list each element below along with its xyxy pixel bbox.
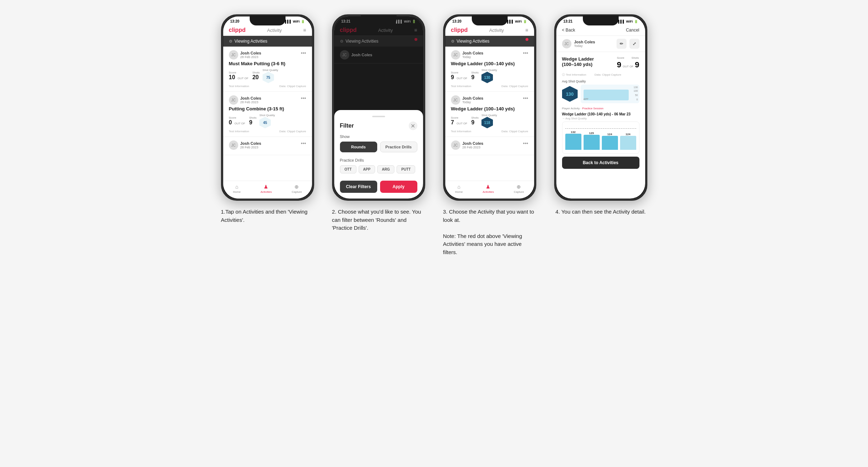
nav-capture-3[interactable]: ⊕ Capture — [514, 184, 524, 194]
detail-score-label-4: Score — [617, 56, 624, 59]
nav-activities-label-1: Activities — [260, 190, 272, 194]
detail-header-4: < Back Cancel — [556, 25, 645, 36]
detail-avatar-4: JC — [562, 39, 571, 48]
card-menu-3-3[interactable]: ••• — [523, 140, 528, 146]
phone-column-1: 13:20 ▌▌▌ WiFi 🔋 clippd Activity ≡ — [217, 14, 318, 256]
user-name-1-2: Josh Coles — [240, 96, 262, 100]
header-title-3: Activity — [489, 28, 504, 33]
shots-value-3-1: 9 — [471, 74, 478, 81]
card-menu-1-2[interactable]: ••• — [301, 95, 306, 101]
quality-label-1-2: Shot Quality — [259, 114, 275, 117]
wifi-icon-3: WiFi — [515, 20, 522, 23]
activity-card-3-2[interactable]: JC Josh Coles Today ••• Wedge Ladder (10… — [445, 92, 534, 137]
score-value-3-2: 7 — [451, 119, 454, 126]
nav-home-1[interactable]: ⌂ Home — [233, 184, 240, 194]
card-menu-1-1[interactable]: ••• — [301, 50, 306, 56]
shots-label-3-2: Shots — [471, 116, 478, 119]
phone-notch-4 — [583, 15, 619, 25]
practice-drills-label: Practice Drills — [340, 158, 417, 162]
menu-icon-1[interactable]: ≡ — [303, 27, 306, 33]
header-title-1: Activity — [267, 28, 282, 33]
filter-chips: OTT APP ARG PUTT — [340, 165, 417, 173]
quality-label-1-1: Shot Quality — [263, 68, 278, 72]
capture-icon-1: ⊕ — [294, 184, 299, 190]
detail-user-name-4: Josh Coles — [574, 40, 595, 44]
cancel-button-4[interactable]: Cancel — [626, 28, 639, 33]
activity-card-1-3[interactable]: JC Josh Coles 28 Feb 2023 ••• — [223, 137, 312, 155]
user-date-1-2: 28 Feb 2023 — [240, 100, 262, 104]
phone-3: 13:20 ▌▌▌ WiFi 🔋 clippd Activity ≡ — [443, 14, 536, 201]
chip-putt[interactable]: PUTT — [397, 165, 415, 173]
cards-area-1: JC Josh Coles 28 Feb 2023 ••• Must Make … — [223, 47, 312, 186]
battery-icon-3: 🔋 — [523, 20, 527, 23]
nav-activities-label-3: Activities — [483, 190, 494, 194]
show-label: Show — [340, 134, 417, 139]
activity-card-1-2[interactable]: JC Josh Coles 28 Feb 2023 ••• Putting Co… — [223, 92, 312, 137]
modal-title: Filter — [340, 123, 354, 129]
drill-name-1-2: Putting Combine (3-15 ft) — [229, 106, 306, 111]
shots-label-1-2: Shots — [249, 116, 256, 119]
rounds-toggle[interactable]: Rounds — [340, 142, 377, 152]
avg-quality-label-4: Avg Shot Quality — [562, 80, 639, 83]
shots-label-1-1: Shots — [252, 71, 259, 74]
score-label-3-2: Score — [451, 116, 469, 119]
home-icon-1: ⌂ — [235, 184, 238, 190]
apply-button[interactable]: Apply — [380, 181, 417, 193]
nav-activities-3[interactable]: ♟ Activities — [483, 184, 494, 194]
menu-icon-3[interactable]: ≡ — [525, 27, 528, 33]
activities-icon-3: ♟ — [486, 184, 490, 190]
user-date-3-2: Today — [462, 100, 484, 104]
quality-hex-3-2: 118 — [481, 117, 493, 128]
chip-arg[interactable]: ARG — [377, 165, 394, 173]
signal-icon-1: ▌▌▌ — [285, 20, 292, 23]
wifi-icon-1: WiFi — [293, 20, 300, 23]
expand-button-4[interactable]: ⤢ — [629, 39, 639, 49]
banner-1[interactable]: ⚙ Viewing Activities — [223, 36, 312, 47]
detail-out-of-4: OUT OF — [623, 65, 633, 68]
nav-capture-1[interactable]: ⊕ Capture — [292, 184, 302, 194]
out-of-1-1: OUT OF — [238, 77, 248, 80]
modal-handle — [372, 116, 385, 117]
app-header-3: clippd Activity ≡ — [445, 25, 534, 36]
score-value-1-2: 0 — [229, 119, 232, 126]
score-label-3-1: Score — [451, 71, 469, 74]
out-of-3-1: OUT OF — [456, 77, 467, 80]
phone-2: 13:21 ▌▌▌ WiFi 🔋 clippd Activity ≡ — [332, 14, 425, 201]
activity-card-1-1[interactable]: JC Josh Coles 28 Feb 2023 ••• Must Make … — [223, 47, 312, 92]
nav-activities-1[interactable]: ♟ Activities — [260, 184, 272, 194]
phone-screen-1: 13:20 ▌▌▌ WiFi 🔋 clippd Activity ≡ — [223, 16, 312, 199]
test-info-4: ⓘ Test Information Data: Clippd Capture — [562, 73, 639, 77]
chip-ott[interactable]: OTT — [340, 165, 356, 173]
chip-app[interactable]: APP — [359, 165, 375, 173]
activity-card-3-3[interactable]: JC Josh Coles 28 Feb 2023 ••• — [445, 137, 534, 155]
phone-notch-1 — [250, 15, 286, 25]
detail-shots-label-4: Shots — [632, 56, 639, 59]
activity-card-3-1[interactable]: JC Josh Coles Today ••• Wedge Ladder (10… — [445, 47, 534, 92]
card-menu-3-1[interactable]: ••• — [523, 50, 528, 56]
phone-screen-4: 13:21 ▌▌▌ WiFi 🔋 < Back Cancel — [556, 16, 645, 199]
clear-filters-button[interactable]: Clear Filters — [340, 181, 377, 193]
shots-value-1-2: 9 — [249, 119, 256, 126]
card-menu-1-3[interactable]: ••• — [301, 140, 306, 146]
signal-icon-4: ▌▌▌ — [618, 20, 625, 23]
score-label-1-1: Score — [229, 71, 250, 74]
battery-icon-4: 🔋 — [634, 20, 638, 23]
back-button-4[interactable]: < Back — [562, 28, 575, 33]
banner-3[interactable]: ⚙ Viewing Activities — [445, 36, 534, 47]
user-date-1-3: 28 Feb 2023 — [240, 146, 262, 149]
nav-home-3[interactable]: ⌂ Home — [455, 184, 462, 194]
toggle-group: Rounds Practice Drills — [340, 142, 417, 152]
info-text-3-1: Test Information — [451, 85, 471, 88]
score-value-3-1: 9 — [451, 74, 454, 81]
info-text-1-1: Test Information — [229, 85, 249, 88]
out-of-3-2: OUT OF — [456, 122, 467, 125]
avatar-3-2: JC — [451, 95, 460, 105]
data-text-3-2: Data: Clippd Capture — [502, 130, 528, 133]
edit-button-4[interactable]: ✏ — [617, 39, 627, 49]
close-button[interactable]: ✕ — [409, 121, 417, 130]
activities-icon-1: ♟ — [264, 184, 268, 190]
practice-drills-toggle[interactable]: Practice Drills — [380, 142, 417, 152]
card-menu-3-2[interactable]: ••• — [523, 95, 528, 101]
signal-icon-3: ▌▌▌ — [507, 20, 514, 23]
back-to-activities-button-4[interactable]: Back to Activities — [562, 157, 639, 169]
